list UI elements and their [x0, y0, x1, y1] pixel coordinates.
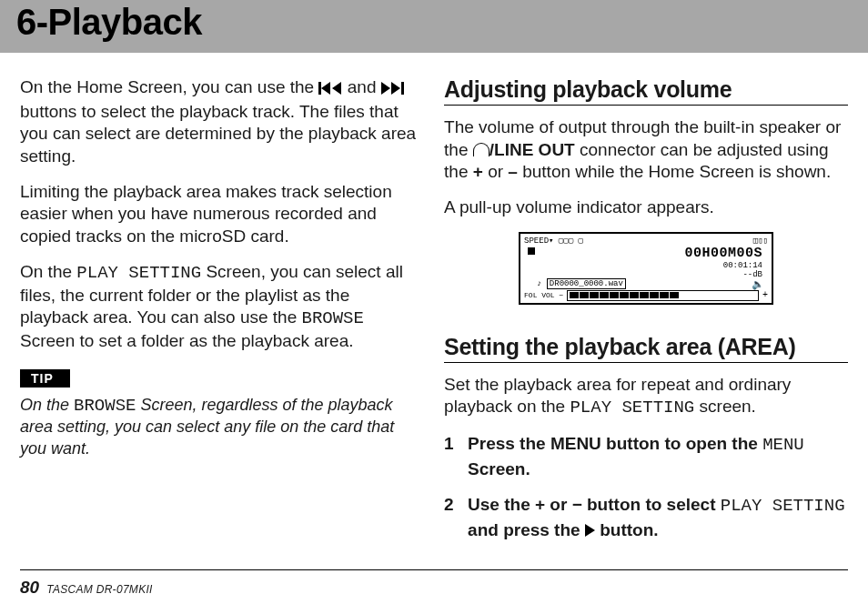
chapter-header: 6-Playback	[0, 0, 868, 53]
lcd-play-setting: PLAY SETTING	[76, 263, 201, 283]
ss-filename: ♪ DR0000_0000.wav	[537, 279, 626, 288]
lcd-play-setting-3: PLAY SETTING	[721, 496, 845, 516]
svg-marker-3	[381, 82, 390, 95]
speaker-icon: 🔈	[752, 278, 764, 290]
left-column: On the Home Screen, you can use the and …	[20, 76, 426, 555]
ss-top-left: SPEED▾ ▢▢▢ ▢	[524, 236, 583, 246]
skip-back-icon	[318, 78, 342, 101]
step-2: 2 Use the + or − button to select PLAY S…	[444, 493, 848, 541]
stop-icon	[528, 247, 535, 255]
ss-top-right: ◫▯▯	[753, 236, 768, 246]
lcd-browse-tip: BROWSE	[74, 396, 136, 416]
play-icon	[585, 524, 595, 537]
headphone-icon	[473, 143, 490, 156]
ss-time: 00H00M00S	[685, 246, 763, 261]
volume-paragraph-2: A pull-up volume indicator appears.	[444, 196, 848, 219]
content-columns: On the Home Screen, you can use the and …	[0, 53, 868, 555]
skip-forward-icon	[381, 78, 405, 101]
svg-marker-2	[332, 82, 341, 95]
tip-text: On the BROWSE Screen, regardless of the …	[20, 395, 417, 459]
section-heading-volume: Adjusting playback volume	[444, 76, 848, 106]
area-paragraph-1: Set the playback area for repeat and ord…	[444, 374, 848, 419]
lcd-browse: BROWSE	[302, 308, 364, 328]
ss-volume-bar: FOL VOL − +	[524, 290, 768, 301]
intro-paragraph-3: On the PLAY SETTING Screen, you can sele…	[20, 261, 417, 353]
intro-paragraph-2: Limiting the playback area makes track s…	[20, 181, 417, 248]
volume-paragraph-1: The volume of output through the built-i…	[444, 116, 848, 184]
tip-badge: TIP	[20, 369, 70, 388]
lcd-play-setting-2: PLAY SETTING	[570, 398, 694, 418]
section-heading-area: Setting the playback area (AREA)	[444, 334, 848, 363]
intro-paragraph-1: On the Home Screen, you can use the and …	[20, 76, 417, 168]
page-footer: 80 TASCAM DR-07MKII	[20, 569, 848, 598]
product-model: TASCAM DR-07MKII	[46, 583, 153, 596]
chapter-title: 6-Playback	[0, 0, 868, 43]
svg-marker-1	[321, 82, 330, 95]
svg-rect-5	[401, 82, 404, 95]
svg-rect-0	[318, 82, 321, 95]
lcd-menu: MENU	[762, 435, 804, 455]
device-screenshot: SPEED▾ ▢▢▢ ▢ ◫▯▯ 00H00M00S 00:01:14 --dB…	[519, 232, 773, 305]
device-screenshot-wrap: SPEED▾ ▢▢▢ ▢ ◫▯▯ 00H00M00S 00:01:14 --dB…	[444, 232, 848, 308]
right-column: Adjusting playback volume The volume of …	[442, 76, 848, 555]
step-1: 1 Press the MENU button to open the MENU…	[444, 432, 848, 480]
svg-marker-4	[391, 82, 400, 95]
ss-time-remaining: 00:01:14	[723, 261, 762, 270]
page-number: 80	[20, 578, 39, 598]
